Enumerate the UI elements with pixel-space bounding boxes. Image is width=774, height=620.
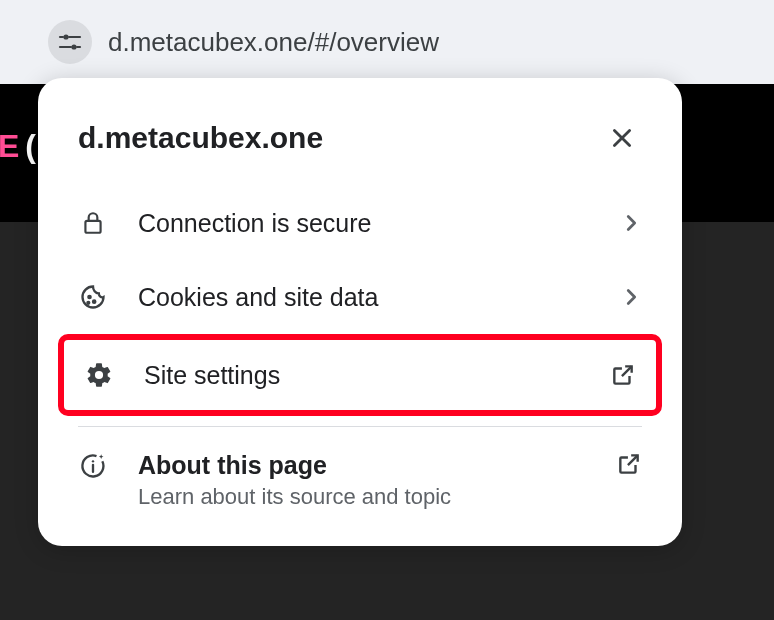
connection-label: Connection is secure xyxy=(138,209,590,238)
page-title-fragment: E( xyxy=(0,128,36,165)
chevron-right-icon xyxy=(620,286,642,308)
highlight-annotation: Site settings xyxy=(58,334,662,416)
svg-point-9 xyxy=(88,296,90,298)
address-url[interactable]: d.metacubex.one/#/overview xyxy=(108,27,439,58)
cookie-icon xyxy=(78,282,108,312)
cookies-item[interactable]: Cookies and site data xyxy=(38,260,682,334)
site-info-popup: d.metacubex.one Connection is secure xyxy=(38,78,682,546)
svg-point-10 xyxy=(93,301,95,303)
svg-point-11 xyxy=(87,302,89,304)
connection-secure-item[interactable]: Connection is secure xyxy=(38,186,682,260)
site-tune-icon[interactable] xyxy=(48,20,92,64)
about-title: About this page xyxy=(138,451,586,480)
svg-point-0 xyxy=(63,34,68,39)
address-bar[interactable]: d.metacubex.one/#/overview xyxy=(0,0,774,84)
svg-rect-8 xyxy=(85,221,100,233)
external-link-icon xyxy=(610,362,636,388)
lock-icon xyxy=(78,208,108,238)
external-link-icon xyxy=(616,451,642,477)
chevron-right-icon xyxy=(620,212,642,234)
gear-icon xyxy=(84,360,114,390)
about-page-item[interactable]: About this page Learn about its source a… xyxy=(38,433,682,510)
close-button[interactable] xyxy=(602,118,642,158)
svg-point-14 xyxy=(92,460,94,462)
info-sparkle-icon xyxy=(78,451,108,481)
svg-point-3 xyxy=(71,44,76,49)
svg-line-12 xyxy=(622,366,632,376)
site-settings-item[interactable]: Site settings xyxy=(64,340,656,410)
site-settings-label: Site settings xyxy=(144,361,580,390)
about-subtitle: Learn about its source and topic xyxy=(138,484,586,510)
svg-line-15 xyxy=(628,455,638,465)
divider xyxy=(78,426,642,427)
cookies-label: Cookies and site data xyxy=(138,283,590,312)
close-icon xyxy=(609,125,635,151)
popup-domain-title: d.metacubex.one xyxy=(78,121,323,155)
